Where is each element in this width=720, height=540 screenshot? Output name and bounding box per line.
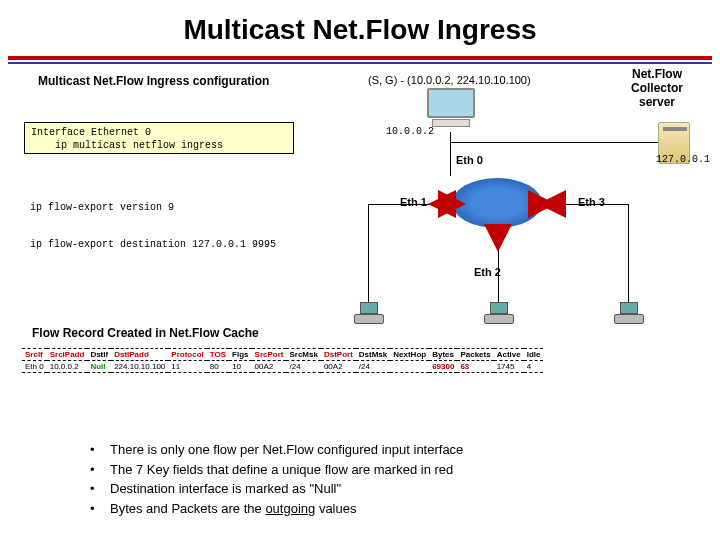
cmd-version: ip flow-export version 9	[30, 202, 174, 213]
td-tos: 80	[207, 361, 229, 373]
td-idle: 4	[524, 361, 544, 373]
sg-label: (S, G) - (10.0.0.2, 224.10.10.100)	[368, 74, 531, 86]
arrow-icon	[484, 224, 512, 252]
th-active: Active	[494, 349, 524, 361]
cache-title: Flow Record Created in Net.Flow Cache	[32, 326, 259, 340]
td-srcport: 00A2	[252, 361, 287, 373]
phone-icon	[484, 302, 514, 328]
phone-icon	[614, 302, 644, 328]
phone-icon	[354, 302, 384, 328]
th-dstport: DstPort	[321, 349, 356, 361]
th-dstip: DstIPadd	[111, 349, 168, 361]
th-dstmsk: DstMsk	[356, 349, 390, 361]
flow-table: SrcIf SrcIPadd DstIf DstIPadd Protocol T…	[22, 348, 543, 373]
eth1-label: Eth 1	[400, 196, 427, 208]
td-dstif: Null	[87, 361, 111, 373]
arrow-icon	[438, 190, 466, 218]
td-flgs: 10	[229, 361, 251, 373]
line	[368, 204, 369, 306]
config-title: Multicast Net.Flow Ingress configuration	[38, 74, 269, 88]
td-nexthop	[390, 361, 429, 373]
td-srcif: Eth 0	[22, 361, 47, 373]
th-srcport: SrcPort	[252, 349, 287, 361]
th-idle: Idle	[524, 349, 544, 361]
th-srcip: SrcIPadd	[47, 349, 88, 361]
config-box: Interface Ethernet 0 ip multicast netflo…	[24, 122, 294, 154]
ip-right: 127.0.0.1	[656, 154, 710, 165]
td-bytes: 69300	[429, 361, 457, 373]
td-dstmsk: /24	[356, 361, 390, 373]
eth0-label: Eth 0	[456, 154, 483, 166]
bullet-item: •The 7 Key fields that define a unique f…	[90, 460, 463, 480]
td-pkts: 63	[457, 361, 493, 373]
th-dstif: DstIf	[87, 349, 111, 361]
bullet-item: •There is only one flow per Net.Flow con…	[90, 440, 463, 460]
td-proto: 11	[168, 361, 206, 373]
divider-blue	[8, 62, 712, 64]
th-flgs: Flgs	[229, 349, 251, 361]
td-active: 1745	[494, 361, 524, 373]
eth2-label: Eth 2	[474, 266, 501, 278]
th-srcif: SrcIf	[22, 349, 47, 361]
diagram-area: Multicast Net.Flow Ingress configuration…	[8, 74, 712, 374]
eth3-label: Eth 3	[578, 196, 605, 208]
collector-label: Net.Flow Collector server	[612, 68, 702, 109]
line	[450, 142, 660, 143]
bullet-item: •Destination interface is marked as "Nul…	[90, 479, 463, 499]
td-srcmsk: /24	[286, 361, 320, 373]
line	[628, 204, 629, 306]
ip-top: 10.0.0.2	[386, 126, 434, 137]
td-srcip: 10.0.0.2	[47, 361, 88, 373]
td-dstip: 224.10.10.100	[111, 361, 168, 373]
cmd-destination: ip flow-export destination 127.0.0.1 999…	[30, 239, 276, 250]
table-row: Eth 0 10.0.0.2 Null 224.10.10.100 11 80 …	[22, 361, 543, 373]
config-line-1: Interface Ethernet 0	[31, 126, 287, 139]
arrow-icon	[538, 190, 566, 218]
line	[498, 250, 499, 306]
td-dstport: 00A2	[321, 361, 356, 373]
line	[450, 132, 451, 176]
bullet-item: •Bytes and Packets are the outgoing valu…	[90, 499, 463, 519]
th-tos: TOS	[207, 349, 229, 361]
th-bytes: Bytes	[429, 349, 457, 361]
divider-red	[8, 56, 712, 60]
config-line-2: ip multicast netflow ingress	[31, 139, 287, 152]
page-title: Multicast Net.Flow Ingress	[0, 0, 720, 56]
th-proto: Protocol	[168, 349, 206, 361]
th-srcmsk: SrcMsk	[286, 349, 320, 361]
th-pkts: Packets	[457, 349, 493, 361]
th-nexthop: NextHop	[390, 349, 429, 361]
table-header-row: SrcIf SrcIPadd DstIf DstIPadd Protocol T…	[22, 349, 543, 361]
bullet-list: •There is only one flow per Net.Flow con…	[90, 440, 463, 518]
